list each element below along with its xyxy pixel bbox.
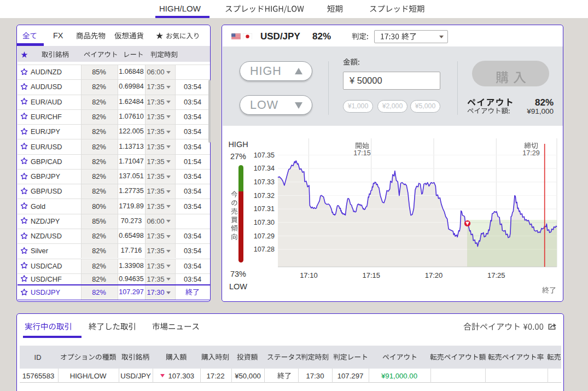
svg-text:107.30: 107.30 xyxy=(254,219,275,226)
svg-text:17:29: 17:29 xyxy=(522,149,539,157)
svg-text:27%: 27% xyxy=(230,152,246,161)
svg-text:17:10: 17:10 xyxy=(300,271,318,279)
svg-text:107.34: 107.34 xyxy=(254,165,275,172)
svg-text:17:25: 17:25 xyxy=(487,271,505,279)
svg-text:LOW: LOW xyxy=(229,282,247,291)
svg-text:107.35: 107.35 xyxy=(254,151,275,159)
svg-text:17:15: 17:15 xyxy=(353,149,370,157)
svg-text:107.31: 107.31 xyxy=(254,205,275,213)
svg-text:17:20: 17:20 xyxy=(425,271,443,279)
svg-text:HIGH: HIGH xyxy=(228,140,248,149)
svg-text:73%: 73% xyxy=(230,270,246,278)
svg-text:107.29: 107.29 xyxy=(254,232,275,240)
svg-text:107.33: 107.33 xyxy=(254,178,275,186)
svg-text:17:15: 17:15 xyxy=(362,271,380,279)
svg-text:107.28: 107.28 xyxy=(254,246,275,253)
svg-text:107.32: 107.32 xyxy=(254,192,275,200)
